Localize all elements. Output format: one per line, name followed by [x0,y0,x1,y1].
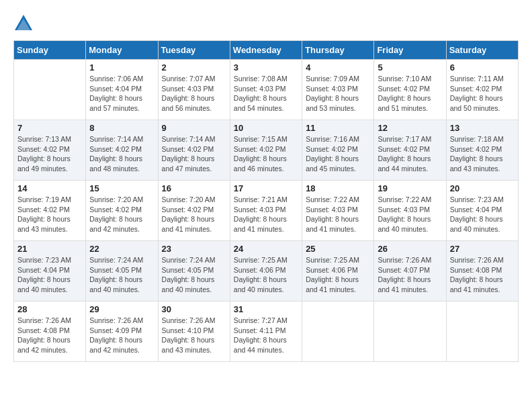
day-number: 22 [89,244,154,254]
page-header [13,13,519,34]
day-number: 28 [17,304,82,314]
day-number: 11 [306,123,370,133]
calendar-cell: 31Sunrise: 7:27 AM Sunset: 4:11 PM Dayli… [230,302,302,362]
day-number: 27 [450,244,515,254]
day-number: 3 [234,62,298,73]
calendar-cell [374,302,446,362]
calendar-cell: 4Sunrise: 7:09 AM Sunset: 4:03 PM Daylig… [302,60,374,120]
calendar-cell: 7Sunrise: 7:13 AM Sunset: 4:02 PM Daylig… [14,120,86,181]
day-info: Sunrise: 7:26 AM Sunset: 4:10 PM Dayligh… [162,316,226,355]
day-number: 6 [450,62,515,73]
day-info: Sunrise: 7:25 AM Sunset: 4:06 PM Dayligh… [306,255,370,295]
logo [13,13,36,34]
day-info: Sunrise: 7:13 AM Sunset: 4:02 PM Dayligh… [17,134,82,174]
day-number: 7 [17,123,82,133]
day-info: Sunrise: 7:22 AM Sunset: 4:03 PM Dayligh… [306,195,370,234]
day-info: Sunrise: 7:14 AM Sunset: 4:02 PM Dayligh… [162,134,226,174]
calendar-cell: 9Sunrise: 7:14 AM Sunset: 4:02 PM Daylig… [158,120,230,181]
day-info: Sunrise: 7:18 AM Sunset: 4:02 PM Dayligh… [450,134,515,174]
weekday-header-sunday: Sunday [14,41,86,60]
calendar-cell: 27Sunrise: 7:26 AM Sunset: 4:08 PM Dayli… [446,241,518,302]
day-info: Sunrise: 7:21 AM Sunset: 4:03 PM Dayligh… [234,195,298,234]
day-info: Sunrise: 7:08 AM Sunset: 4:03 PM Dayligh… [234,74,298,113]
calendar-cell: 12Sunrise: 7:17 AM Sunset: 4:02 PM Dayli… [374,120,446,181]
day-info: Sunrise: 7:23 AM Sunset: 4:04 PM Dayligh… [450,195,515,234]
calendar-cell: 19Sunrise: 7:22 AM Sunset: 4:03 PM Dayli… [374,181,446,241]
day-number: 31 [234,304,298,314]
day-number: 30 [162,304,226,314]
day-number: 8 [89,123,154,133]
day-info: Sunrise: 7:07 AM Sunset: 4:03 PM Dayligh… [162,74,226,113]
weekday-header-friday: Friday [374,41,446,60]
week-row-1: 1Sunrise: 7:06 AM Sunset: 4:04 PM Daylig… [14,60,519,120]
weekday-header-row: SundayMondayTuesdayWednesdayThursdayFrid… [14,41,519,60]
day-number: 23 [162,244,226,254]
weekday-header-wednesday: Wednesday [230,41,302,60]
day-info: Sunrise: 7:23 AM Sunset: 4:04 PM Dayligh… [17,255,82,295]
calendar-cell: 29Sunrise: 7:26 AM Sunset: 4:09 PM Dayli… [86,302,158,362]
week-row-2: 7Sunrise: 7:13 AM Sunset: 4:02 PM Daylig… [14,120,519,181]
calendar-cell: 20Sunrise: 7:23 AM Sunset: 4:04 PM Dayli… [446,181,518,241]
calendar-cell: 26Sunrise: 7:26 AM Sunset: 4:07 PM Dayli… [374,241,446,302]
day-info: Sunrise: 7:06 AM Sunset: 4:04 PM Dayligh… [89,74,154,113]
day-number: 21 [17,244,82,254]
calendar-cell: 18Sunrise: 7:22 AM Sunset: 4:03 PM Dayli… [302,181,374,241]
calendar-cell: 28Sunrise: 7:26 AM Sunset: 4:08 PM Dayli… [14,302,86,362]
day-info: Sunrise: 7:09 AM Sunset: 4:03 PM Dayligh… [306,74,370,113]
calendar-cell: 13Sunrise: 7:18 AM Sunset: 4:02 PM Dayli… [446,120,518,181]
day-info: Sunrise: 7:20 AM Sunset: 4:02 PM Dayligh… [89,195,154,234]
calendar-cell: 6Sunrise: 7:11 AM Sunset: 4:02 PM Daylig… [446,60,518,120]
day-number: 29 [89,304,154,314]
week-row-5: 28Sunrise: 7:26 AM Sunset: 4:08 PM Dayli… [14,302,519,362]
calendar-cell: 1Sunrise: 7:06 AM Sunset: 4:04 PM Daylig… [86,60,158,120]
day-info: Sunrise: 7:17 AM Sunset: 4:02 PM Dayligh… [378,134,442,174]
calendar-cell: 11Sunrise: 7:16 AM Sunset: 4:02 PM Dayli… [302,120,374,181]
day-number: 13 [450,123,515,133]
day-info: Sunrise: 7:20 AM Sunset: 4:02 PM Dayligh… [162,195,226,234]
day-number: 2 [162,62,226,73]
day-info: Sunrise: 7:10 AM Sunset: 4:02 PM Dayligh… [378,74,442,113]
day-info: Sunrise: 7:26 AM Sunset: 4:08 PM Dayligh… [17,316,82,355]
day-number: 25 [306,244,370,254]
day-number: 4 [306,62,370,73]
day-info: Sunrise: 7:15 AM Sunset: 4:02 PM Dayligh… [234,134,298,174]
calendar-cell [446,302,518,362]
calendar-cell: 5Sunrise: 7:10 AM Sunset: 4:02 PM Daylig… [374,60,446,120]
day-number: 10 [234,123,298,133]
calendar-cell: 3Sunrise: 7:08 AM Sunset: 4:03 PM Daylig… [230,60,302,120]
calendar-cell: 30Sunrise: 7:26 AM Sunset: 4:10 PM Dayli… [158,302,230,362]
calendar-cell: 23Sunrise: 7:24 AM Sunset: 4:05 PM Dayli… [158,241,230,302]
day-info: Sunrise: 7:16 AM Sunset: 4:02 PM Dayligh… [306,134,370,174]
day-info: Sunrise: 7:19 AM Sunset: 4:02 PM Dayligh… [17,195,82,234]
day-number: 26 [378,244,442,254]
calendar-cell [14,60,86,120]
day-info: Sunrise: 7:24 AM Sunset: 4:05 PM Dayligh… [162,255,226,295]
day-number: 16 [162,183,226,193]
day-info: Sunrise: 7:27 AM Sunset: 4:11 PM Dayligh… [234,316,298,355]
week-row-4: 21Sunrise: 7:23 AM Sunset: 4:04 PM Dayli… [14,241,519,302]
calendar-cell: 15Sunrise: 7:20 AM Sunset: 4:02 PM Dayli… [86,181,158,241]
day-info: Sunrise: 7:22 AM Sunset: 4:03 PM Dayligh… [378,195,442,234]
day-info: Sunrise: 7:24 AM Sunset: 4:05 PM Dayligh… [89,255,154,295]
day-info: Sunrise: 7:26 AM Sunset: 4:09 PM Dayligh… [89,316,154,355]
day-number: 19 [378,183,442,193]
calendar-cell: 10Sunrise: 7:15 AM Sunset: 4:02 PM Dayli… [230,120,302,181]
calendar-cell: 21Sunrise: 7:23 AM Sunset: 4:04 PM Dayli… [14,241,86,302]
calendar-cell [302,302,374,362]
week-row-3: 14Sunrise: 7:19 AM Sunset: 4:02 PM Dayli… [14,181,519,241]
calendar-cell: 16Sunrise: 7:20 AM Sunset: 4:02 PM Dayli… [158,181,230,241]
day-number: 14 [17,183,82,193]
day-number: 12 [378,123,442,133]
logo-icon [13,13,34,34]
day-number: 20 [450,183,515,193]
day-number: 15 [89,183,154,193]
weekday-header-thursday: Thursday [302,41,374,60]
day-info: Sunrise: 7:14 AM Sunset: 4:02 PM Dayligh… [89,134,154,174]
calendar-cell: 8Sunrise: 7:14 AM Sunset: 4:02 PM Daylig… [86,120,158,181]
calendar-cell: 24Sunrise: 7:25 AM Sunset: 4:06 PM Dayli… [230,241,302,302]
day-number: 17 [234,183,298,193]
day-number: 18 [306,183,370,193]
calendar-cell: 2Sunrise: 7:07 AM Sunset: 4:03 PM Daylig… [158,60,230,120]
day-number: 24 [234,244,298,254]
calendar-cell: 14Sunrise: 7:19 AM Sunset: 4:02 PM Dayli… [14,181,86,241]
